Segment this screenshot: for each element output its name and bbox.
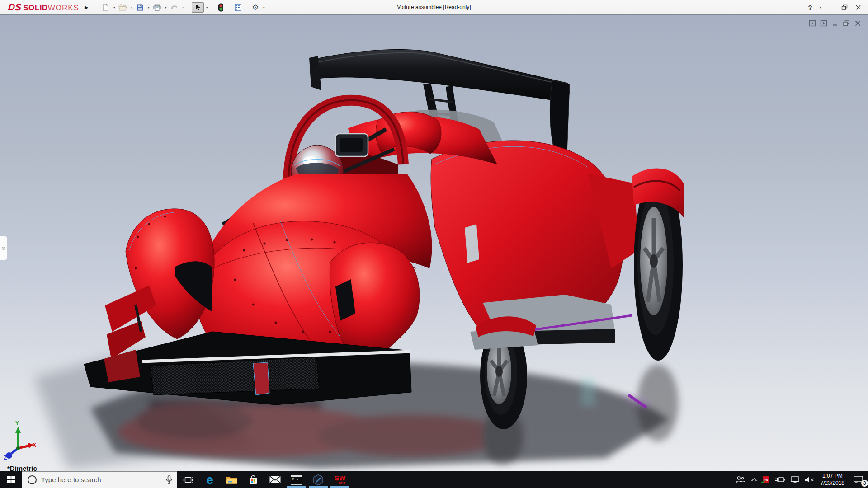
restore-document-button[interactable] (842, 19, 850, 27)
volume-button[interactable] (802, 471, 817, 488)
mail-taskbar-button[interactable] (264, 471, 286, 488)
pane-left-icon (809, 19, 816, 27)
file-explorer-taskbar-button[interactable] (221, 471, 242, 488)
volume-muted-icon (805, 476, 814, 483)
minimize-button[interactable] (826, 2, 836, 13)
title-bar: DSSOLIDWORKS ▶ ▾ ▾ ▾ ▾ ▾ ▾ (0, 0, 868, 14)
help-caret[interactable]: ▾ (818, 5, 823, 9)
minimize-document-icon (832, 20, 839, 27)
edge-taskbar-button[interactable]: e (199, 471, 221, 488)
action-center-button[interactable]: 3 (848, 471, 868, 488)
power-battery-icon (775, 477, 785, 483)
chevron-up-icon (751, 478, 757, 482)
select-tool-caret[interactable]: ▾ (205, 5, 209, 9)
notification-badge: 3 (861, 480, 868, 487)
print-icon (153, 4, 161, 11)
new-document-icon (102, 4, 109, 11)
mail-icon (269, 476, 281, 483)
model-rear-wheel (632, 169, 684, 361)
network-icon (791, 476, 799, 483)
taskbar-clock[interactable]: 1:07 PM 7/23/2018 (817, 473, 848, 487)
tray-overflow-button[interactable] (748, 471, 760, 488)
taskbar-search[interactable] (22, 471, 177, 488)
edge-icon: e (206, 474, 213, 486)
window-title: Voiture assomblee [Read-only] (397, 0, 471, 14)
green-check-icon: ✓ (761, 478, 766, 485)
help-button[interactable]: ? (805, 2, 816, 13)
panel-tab-dot (2, 247, 5, 250)
window-controls: ? ▾ (805, 0, 863, 14)
save-floppy-icon (136, 4, 144, 11)
undo-icon (170, 4, 179, 11)
save-caret[interactable]: ▾ (146, 5, 151, 9)
hexagon-app-icon (313, 474, 324, 486)
file-properties-icon (234, 4, 242, 11)
options-caret[interactable]: ▾ (262, 5, 266, 9)
pane-right-button[interactable] (820, 19, 828, 27)
start-button[interactable] (0, 471, 22, 488)
solidworks-taskbar-button[interactable]: SW 2017 (329, 471, 351, 488)
save-button[interactable] (135, 2, 146, 13)
quick-access-toolbar: ▾ ▾ ▾ ▾ ▾ ▾ (100, 2, 266, 13)
solidworks-window: DSSOLIDWORKS ▶ ▾ ▾ ▾ ▾ ▾ ▾ (0, 0, 868, 488)
solidworks-resource-monitor-button[interactable]: SW ✓ (760, 471, 772, 488)
store-taskbar-button[interactable] (242, 471, 264, 488)
pane-left-button[interactable] (808, 19, 816, 27)
file-explorer-icon (226, 475, 237, 484)
select-cursor-icon (193, 3, 202, 11)
options-button[interactable]: ⚙ (250, 2, 261, 13)
print-button[interactable] (152, 2, 163, 13)
open-app-indicator (287, 486, 306, 488)
power-button[interactable] (772, 471, 788, 488)
close-document-icon (854, 20, 861, 27)
new-document-caret[interactable]: ▾ (112, 5, 117, 9)
graphics-area[interactable]: Y X Z *Dimetric (0, 14, 868, 471)
task-view-icon (183, 475, 193, 485)
print-caret[interactable]: ▾ (164, 5, 168, 9)
minimize-icon (828, 5, 834, 10)
solidworks-2017-icon: SW 2017 (335, 474, 345, 485)
undo-caret[interactable]: ▾ (181, 5, 185, 9)
windows-logo-icon (7, 476, 15, 483)
rebuild-button[interactable] (216, 2, 226, 13)
restore-button[interactable] (839, 2, 850, 13)
close-document-button[interactable] (854, 19, 862, 27)
microphone-icon[interactable] (166, 475, 172, 484)
document-window-controls (808, 19, 862, 27)
triad-y-label: Y (15, 420, 19, 427)
clock-date: 7/23/2018 (821, 480, 844, 487)
solidworks-logo: DSSOLIDWORKS (0, 2, 79, 13)
minimize-document-button[interactable] (831, 19, 839, 27)
pane-right-icon (820, 19, 828, 27)
model-3d-car[interactable] (0, 15, 868, 472)
file-properties-button[interactable] (233, 2, 244, 13)
open-caret[interactable]: ▾ (129, 5, 134, 9)
close-button[interactable] (853, 2, 863, 13)
command-prompt-icon: C:\ (291, 475, 302, 485)
network-button[interactable] (788, 471, 802, 488)
undo-button[interactable] (169, 2, 180, 13)
ds-logo-glyph: DS (7, 2, 22, 13)
task-view-button[interactable] (177, 471, 199, 488)
cortana-icon (28, 475, 37, 484)
new-document-button[interactable] (100, 2, 111, 13)
hexagon-app-taskbar-button[interactable] (307, 471, 329, 488)
search-input[interactable] (41, 476, 161, 483)
restore-icon (841, 4, 848, 10)
triad-x-label: X (33, 442, 36, 448)
command-prompt-taskbar-button[interactable]: C:\ (286, 471, 307, 488)
open-app-indicator (330, 486, 349, 488)
triad-axes-icon (4, 422, 53, 465)
select-tool-button[interactable] (192, 2, 204, 13)
open-app-indicator (309, 486, 328, 488)
traffic-light-icon (218, 3, 224, 12)
clock-time: 1:07 PM (822, 473, 843, 480)
people-button[interactable] (733, 471, 748, 488)
collapsed-panel-tab[interactable] (0, 236, 7, 260)
open-button[interactable] (118, 2, 128, 13)
restore-document-icon (843, 19, 850, 27)
menu-flyout-arrow-icon[interactable]: ▶ (85, 5, 91, 10)
orientation-triad: Y X Z (4, 422, 53, 465)
open-folder-icon (118, 4, 127, 11)
close-icon (855, 5, 861, 10)
